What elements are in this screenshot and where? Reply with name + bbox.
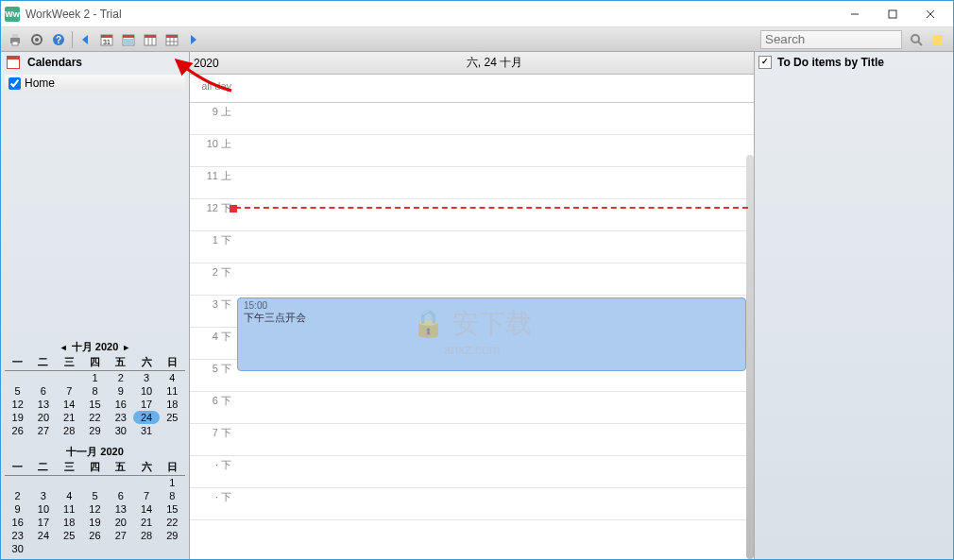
mini-cal-day[interactable] [160, 542, 185, 555]
maximize-button[interactable] [874, 2, 911, 26]
mini-cal-day[interactable]: 28 [57, 424, 82, 437]
mini-cal-day[interactable]: 21 [133, 516, 159, 529]
mini-cal-day[interactable]: 12 [82, 502, 108, 516]
mini-cal-day[interactable] [5, 476, 30, 490]
mini-cal-day[interactable]: 18 [57, 516, 82, 529]
time-slot[interactable]: · 下 [190, 488, 754, 520]
mini-cal-day[interactable]: 17 [133, 398, 159, 411]
time-slot[interactable]: 11 上 [190, 167, 754, 199]
mini-cal-day[interactable]: 11 [57, 502, 82, 516]
mini-cal-day[interactable]: 20 [108, 516, 133, 529]
mini-cal-day[interactable]: 2 [5, 489, 30, 502]
minimize-button[interactable] [836, 2, 874, 26]
mini-cal-day[interactable] [108, 542, 133, 555]
next-month-button[interactable]: ► [122, 343, 130, 352]
week-view-button[interactable] [140, 29, 161, 50]
mini-cal-day[interactable]: 18 [160, 398, 185, 411]
mini-cal-day[interactable]: 20 [30, 411, 56, 424]
mini-cal-day[interactable]: 27 [30, 424, 56, 437]
calendar-event[interactable]: 15:00下午三点开会 [237, 297, 746, 371]
mini-cal-day[interactable]: 19 [5, 411, 30, 424]
mini-cal-day[interactable]: 25 [160, 411, 185, 424]
mini-cal-day[interactable]: 3 [133, 371, 159, 385]
mini-cal-day[interactable]: 23 [108, 411, 133, 424]
mini-cal-day[interactable]: 10 [133, 384, 159, 398]
mini-cal-day[interactable] [57, 542, 82, 555]
mini-cal-day[interactable]: 24 [133, 411, 159, 424]
mini-cal-day[interactable]: 22 [82, 411, 108, 424]
mini-calendar[interactable]: 十一月 2020一二三四五六日1234567891011121314151617… [1, 441, 189, 559]
mini-cal-day[interactable] [30, 476, 56, 490]
mini-cal-day[interactable] [30, 371, 56, 385]
mini-cal-day[interactable]: 29 [160, 529, 185, 542]
time-slot[interactable]: 1 下 [190, 231, 754, 263]
month-view-button[interactable] [162, 29, 182, 50]
back-button[interactable] [75, 29, 95, 50]
forward-button[interactable] [183, 29, 204, 50]
mini-cal-day[interactable]: 9 [108, 384, 133, 398]
today-button[interactable]: 31 [96, 29, 117, 50]
mini-cal-day[interactable] [133, 476, 159, 490]
mini-cal-day[interactable]: 4 [160, 371, 185, 385]
print-button[interactable] [5, 29, 26, 50]
search-input[interactable] [765, 31, 897, 48]
settings-button[interactable] [26, 29, 47, 50]
time-slot[interactable]: 12 下 [190, 199, 754, 231]
mini-cal-day[interactable]: 19 [82, 516, 108, 529]
mini-cal-day[interactable]: 7 [57, 384, 82, 398]
mini-cal-day[interactable]: 10 [30, 502, 56, 516]
mini-cal-day[interactable]: 5 [82, 489, 108, 502]
mini-cal-day[interactable]: 21 [57, 411, 82, 424]
mini-cal-day[interactable]: 7 [133, 489, 159, 502]
mini-cal-day[interactable]: 3 [30, 489, 56, 502]
mini-cal-day[interactable] [133, 542, 159, 555]
allday-row[interactable]: all day [190, 75, 754, 103]
mini-cal-day[interactable] [82, 542, 108, 555]
mini-cal-day[interactable]: 12 [5, 398, 30, 411]
mini-cal-day[interactable]: 31 [133, 424, 159, 437]
mini-cal-day[interactable]: 22 [160, 516, 185, 529]
prev-month-button[interactable]: ◄ [60, 343, 68, 352]
mini-cal-day[interactable]: 28 [133, 529, 159, 542]
mini-cal-day[interactable]: 16 [5, 516, 30, 529]
time-slot[interactable]: 2 下 [190, 263, 754, 296]
mini-cal-day[interactable]: 26 [5, 424, 30, 437]
mini-cal-day[interactable]: 1 [82, 371, 108, 385]
mini-cal-day[interactable] [5, 371, 30, 385]
mini-cal-day[interactable] [30, 542, 56, 555]
note-button[interactable] [928, 29, 948, 50]
mini-cal-day[interactable]: 6 [108, 489, 133, 502]
mini-cal-day[interactable] [160, 424, 185, 437]
mini-cal-day[interactable]: 30 [5, 542, 30, 555]
mini-cal-day[interactable]: 1 [160, 476, 185, 490]
mini-cal-day[interactable]: 11 [160, 384, 185, 398]
mini-cal-day[interactable]: 24 [30, 529, 56, 542]
search-go-button[interactable] [906, 29, 927, 50]
mini-cal-day[interactable]: 26 [82, 529, 108, 542]
calendar-item-home[interactable]: Home [5, 75, 185, 92]
mini-cal-day[interactable]: 27 [108, 529, 133, 542]
mini-cal-day[interactable]: 14 [57, 398, 82, 411]
allday-area[interactable] [235, 75, 754, 102]
search-box[interactable] [760, 30, 902, 49]
close-button[interactable] [911, 2, 949, 26]
mini-cal-day[interactable]: 9 [5, 502, 30, 516]
mini-cal-day[interactable]: 2 [108, 371, 133, 385]
mini-cal-day[interactable]: 4 [57, 489, 82, 502]
help-button[interactable]: ? [48, 29, 69, 50]
mini-cal-day[interactable] [57, 476, 82, 490]
time-slot[interactable]: 6 下 [190, 392, 754, 424]
mini-cal-day[interactable] [108, 476, 133, 490]
mini-cal-day[interactable]: 25 [57, 529, 82, 542]
mini-cal-day[interactable]: 13 [30, 398, 56, 411]
mini-cal-day[interactable] [82, 476, 108, 490]
time-slot[interactable]: 10 上 [190, 135, 754, 167]
mini-cal-day[interactable] [57, 371, 82, 385]
mini-cal-day[interactable]: 29 [82, 424, 108, 437]
mini-cal-day[interactable]: 30 [108, 424, 133, 437]
mini-cal-day[interactable]: 15 [160, 502, 185, 516]
mini-cal-day[interactable]: 23 [5, 529, 30, 542]
mini-cal-day[interactable]: 16 [108, 398, 133, 411]
mini-cal-day[interactable]: 8 [82, 384, 108, 398]
time-slot[interactable]: · 下 [190, 456, 754, 488]
